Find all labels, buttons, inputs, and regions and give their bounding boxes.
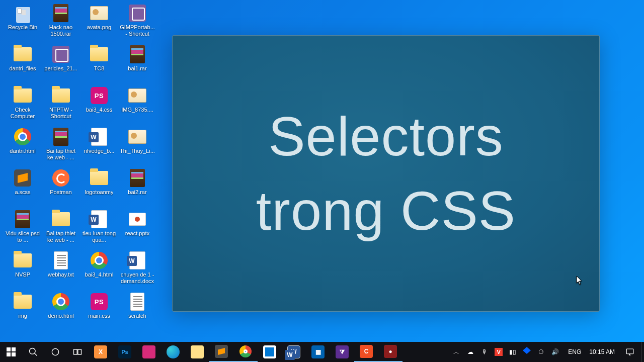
desktop[interactable]: Recycle BinHack nao 1500.raravata.pngGIM… bbox=[0, 0, 644, 362]
desktop-icon-bai3-4-html[interactable]: bai3_4.html bbox=[80, 249, 118, 291]
img-icon bbox=[128, 88, 146, 103]
tray-microphone-icon[interactable]: 🎙 bbox=[480, 348, 489, 356]
desktop-icon-tieu-luan-tong-qua-[interactable]: tieu luan tong qua... bbox=[80, 208, 118, 249]
icon-label: tieu luan tong qua... bbox=[81, 230, 117, 243]
icon-label: main.css bbox=[88, 313, 110, 319]
overlay-title: Selectors trong CSS bbox=[256, 99, 516, 248]
xampp-icon: X bbox=[94, 345, 107, 358]
tray-wifi-icon[interactable]: ⚆ bbox=[537, 348, 545, 356]
desktop-icon-hack-nao-1500-rar[interactable]: Hack nao 1500.rar bbox=[42, 2, 79, 43]
icon-label: a.scss bbox=[15, 189, 30, 196]
word-icon bbox=[91, 128, 107, 146]
start-button[interactable] bbox=[0, 342, 22, 362]
desktop-icon-ntptw-shortcut[interactable]: NTPTW - Shortcut bbox=[42, 84, 79, 126]
desktop-icon-tc8[interactable]: TC8 bbox=[80, 43, 118, 84]
taskbar-app-chrome[interactable] bbox=[233, 342, 258, 362]
icon-label: Check Computer bbox=[5, 107, 41, 120]
taskbar-app-camtasia[interactable]: C bbox=[354, 342, 378, 362]
desktop-icon-thi-thuy-li-[interactable]: Thi_Thuy_Li... bbox=[119, 126, 156, 167]
desktop-icon-bai2-rar[interactable]: bai2.rar bbox=[119, 167, 156, 208]
rar-icon bbox=[53, 4, 68, 22]
desktop-icon-postman[interactable]: Postman bbox=[42, 167, 79, 208]
icon-label: Bai tap thiet ke web - ... bbox=[43, 230, 79, 243]
desktop-icon-bai1-rar[interactable]: bai1.rar bbox=[119, 43, 156, 84]
icon-label: Recycle Bin bbox=[8, 24, 37, 31]
taskbar-app-visual-studio[interactable]: ⧩ bbox=[330, 342, 354, 362]
taskbar-app-calendar[interactable]: ▦ bbox=[306, 342, 330, 362]
icon-label: Vidu slice psd to ... bbox=[5, 230, 41, 243]
svg-rect-3 bbox=[74, 349, 77, 354]
svg-rect-4 bbox=[78, 349, 82, 354]
desktop-icon-gimpportab-shortcut[interactable]: GIMPPortab... - Shortcut bbox=[119, 2, 156, 43]
taskbar-app-microsoft-store[interactable] bbox=[258, 342, 282, 362]
clock[interactable]: 10:15 AM bbox=[585, 349, 619, 355]
desktop-icon-vidu-slice-psd-to-[interactable]: Vidu slice psd to ... bbox=[4, 208, 41, 249]
txt-icon bbox=[54, 251, 68, 269]
tray-dropbox-icon[interactable] bbox=[523, 348, 531, 356]
desktop-icon-dantri-html[interactable]: dantri.html bbox=[4, 126, 41, 167]
desktop-icon-main-css[interactable]: main.css bbox=[80, 291, 118, 332]
desktop-icon-pericles-21-[interactable]: pericles_21... bbox=[42, 43, 79, 84]
search-button[interactable] bbox=[22, 342, 44, 362]
txt-icon bbox=[130, 293, 144, 311]
task-view-button[interactable] bbox=[66, 342, 89, 362]
desktop-icon-webhay-txt[interactable]: webhay.txt bbox=[42, 249, 79, 291]
taskbar-app-xampp[interactable]: X bbox=[89, 342, 113, 362]
taskbar-app-edge[interactable] bbox=[161, 342, 185, 362]
tray-vivaldi-icon[interactable]: V bbox=[495, 348, 503, 356]
system-tray[interactable]: ︿ ☁ 🎙 V ▮▯ ⚆ 🔊 bbox=[447, 348, 564, 356]
tray-battery-icon[interactable]: ▮▯ bbox=[509, 348, 517, 356]
desktop-icon-bai-tap-thiet-ke-web-[interactable]: Bai tap thiet ke web - ... bbox=[42, 126, 79, 167]
desktop-icon-a-scss[interactable]: a.scss bbox=[4, 167, 41, 208]
icon-label: NVSP bbox=[15, 272, 30, 278]
word-icon bbox=[129, 251, 145, 269]
taskbar-app-wamp[interactable] bbox=[137, 342, 161, 362]
taskbar-app-recorder[interactable]: ● bbox=[378, 342, 403, 362]
taskbar-app-file-explorer[interactable] bbox=[185, 342, 209, 362]
taskbar-app-sublime-text[interactable] bbox=[209, 342, 233, 362]
visual-studio-icon: ⧩ bbox=[336, 345, 349, 358]
img-icon bbox=[128, 130, 146, 144]
icon-label: Hack nao 1500.rar bbox=[43, 24, 79, 37]
desktop-icon-img-8735-[interactable]: IMG_8735.... bbox=[119, 84, 156, 126]
desktop-icon-img[interactable]: img bbox=[4, 291, 41, 332]
desktop-icon-nfvedge-b-[interactable]: nfvedge_b... bbox=[80, 126, 118, 167]
desktop-icon-logotoanmy[interactable]: logotoanmy bbox=[80, 167, 118, 208]
icon-label: scratch bbox=[128, 313, 146, 319]
desktop-icon-check-computer[interactable]: Check Computer bbox=[4, 84, 41, 126]
folder-icon bbox=[90, 47, 108, 61]
desktop-icon-react-pptx[interactable]: react.pptx bbox=[119, 208, 156, 249]
desktop-icon-nvsp[interactable]: NVSP bbox=[4, 249, 41, 291]
cortana-button[interactable] bbox=[44, 342, 66, 362]
desktop-icon-avata-png[interactable]: avata.png bbox=[80, 2, 118, 43]
icon-label: chuyen de 1 - demand.docx bbox=[119, 272, 155, 285]
language-indicator[interactable]: ENG bbox=[565, 348, 584, 355]
icon-label: logotoanmy bbox=[85, 189, 114, 196]
icon-label: bai3_4.css bbox=[86, 107, 113, 113]
show-desktop-button[interactable] bbox=[641, 342, 644, 362]
ps-icon bbox=[91, 293, 108, 310]
desktop-icon-demo-html[interactable]: demo.html bbox=[42, 291, 79, 332]
desktop-icon-recycle-bin[interactable]: Recycle Bin bbox=[4, 2, 41, 43]
tray-volume-icon[interactable]: 🔊 bbox=[551, 348, 559, 356]
photoshop-icon: Ps bbox=[118, 345, 131, 358]
img-icon bbox=[90, 6, 108, 20]
tray-onedrive-icon[interactable]: ☁ bbox=[466, 348, 474, 356]
action-center-button[interactable] bbox=[620, 342, 640, 362]
desktop-icon-scratch[interactable]: scratch bbox=[119, 291, 156, 332]
svg-point-2 bbox=[52, 348, 58, 355]
camtasia-icon: C bbox=[360, 345, 373, 358]
icon-label: Bai tap thiet ke web - ... bbox=[43, 148, 79, 161]
icon-label: NTPTW - Shortcut bbox=[43, 107, 79, 120]
desktop-icon-bai3-4-css[interactable]: bai3_4.css bbox=[80, 84, 118, 126]
overlay-line2: trong CSS bbox=[256, 179, 516, 241]
folder-icon bbox=[14, 47, 32, 61]
sublime-icon bbox=[14, 169, 31, 187]
tray-chevron-up-icon[interactable]: ︿ bbox=[452, 348, 460, 356]
desktop-icon-chuyen-de-1-demand-docx[interactable]: chuyen de 1 - demand.docx bbox=[119, 249, 156, 291]
desktop-icon-dantri-files[interactable]: dantri_files bbox=[4, 43, 41, 84]
taskbar-app-word[interactable]: W bbox=[282, 342, 306, 362]
desktop-icon-bai-tap-thiet-ke-web-[interactable]: Bai tap thiet ke web - ... bbox=[42, 208, 79, 249]
taskbar-app-photoshop[interactable]: Ps bbox=[113, 342, 137, 362]
word-icon: W bbox=[287, 345, 300, 358]
